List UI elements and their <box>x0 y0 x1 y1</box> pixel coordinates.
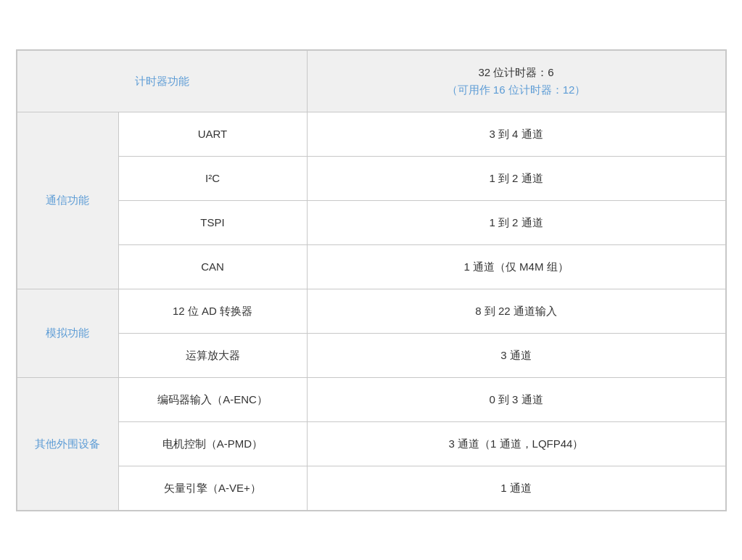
timer-row: 计时器功能 32 位计时器：6 （可用作 16 位计时器：12） <box>17 50 725 112</box>
comm-i2c-row: I²C 1 到 2 通道 <box>17 156 725 200</box>
i2c-value: 1 到 2 通道 <box>307 156 725 200</box>
enc-value: 0 到 3 通道 <box>307 377 725 421</box>
analog-opamp-row: 运算放大器 3 通道 <box>17 333 725 377</box>
adc-feature: 12 位 AD 转换器 <box>118 289 307 333</box>
comm-tspi-row: TSPI 1 到 2 通道 <box>17 200 725 244</box>
ve-value: 1 通道 <box>307 466 725 510</box>
other-category: 其他外围设备 <box>17 377 118 510</box>
pmd-feature: 电机控制（A-PMD） <box>118 421 307 466</box>
other-ve-row: 矢量引擎（A-VE+） 1 通道 <box>17 466 725 510</box>
timer-value-line2: （可用作 16 位计时器：12） <box>447 83 586 96</box>
comm-uart-row: 通信功能 UART 3 到 4 通道 <box>17 112 725 156</box>
i2c-feature: I²C <box>118 156 307 200</box>
can-value: 1 通道（仅 M4M 组） <box>307 244 725 289</box>
enc-feature: 编码器输入（A-ENC） <box>118 377 307 421</box>
timer-label: 计时器功能 <box>17 50 307 112</box>
other-enc-row: 其他外围设备 编码器输入（A-ENC） 0 到 3 通道 <box>17 377 725 421</box>
can-feature: CAN <box>118 244 307 289</box>
pmd-value: 3 通道（1 通道，LQFP44） <box>307 421 725 466</box>
timer-value: 32 位计时器：6 （可用作 16 位计时器：12） <box>307 50 725 112</box>
comm-category: 通信功能 <box>17 112 118 289</box>
timer-value-line1: 32 位计时器：6 <box>478 66 553 78</box>
tspi-feature: TSPI <box>118 200 307 244</box>
adc-value: 8 到 22 通道输入 <box>307 289 725 333</box>
uart-feature: UART <box>118 112 307 156</box>
opamp-value: 3 通道 <box>307 333 725 377</box>
uart-value: 3 到 4 通道 <box>307 112 725 156</box>
other-pmd-row: 电机控制（A-PMD） 3 通道（1 通道，LQFP44） <box>17 421 725 466</box>
ve-feature: 矢量引擎（A-VE+） <box>118 466 307 510</box>
analog-category: 模拟功能 <box>17 289 118 377</box>
tspi-value: 1 到 2 通道 <box>307 200 725 244</box>
comm-can-row: CAN 1 通道（仅 M4M 组） <box>17 244 725 289</box>
analog-adc-row: 模拟功能 12 位 AD 转换器 8 到 22 通道输入 <box>17 289 725 333</box>
opamp-feature: 运算放大器 <box>118 333 307 377</box>
